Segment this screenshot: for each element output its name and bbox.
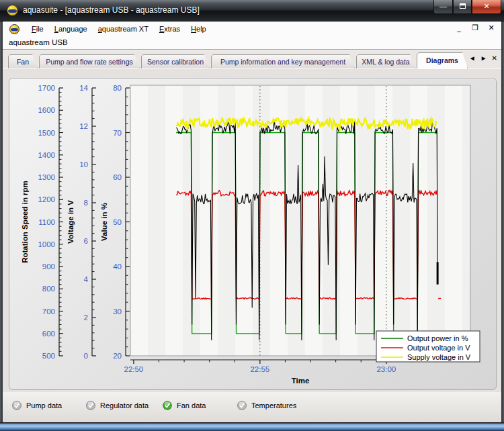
status-item-label: Temperatures [251,401,296,410]
aquasuite-logo-icon [7,5,18,16]
svg-text:1600: 1600 [38,106,55,114]
svg-text:70: 70 [113,129,122,137]
svg-text:80: 80 [113,84,122,92]
tab-scroll-right-icon[interactable]: ► [480,54,487,62]
check-circle-active-icon [163,401,172,410]
svg-text:2: 2 [84,314,88,322]
svg-text:23:00: 23:00 [376,365,396,373]
status-item-fan-data[interactable]: Fan data [163,400,206,411]
diagram-chart: 5006007008009001000110012001300140015001… [9,79,497,391]
mdi-restore-icon[interactable]: ❐ [470,23,480,32]
tab-scroll-left-icon[interactable]: ◄ [469,54,476,62]
tab-xml-log-data[interactable]: XML & log data [356,54,415,68]
status-item-label: Regulator data [100,401,149,410]
svg-text:10: 10 [79,160,88,169]
check-circle-inactive-icon [86,401,95,410]
status-item-label: Pump data [26,401,62,410]
maximize-button[interactable] [453,0,472,14]
window-border-right [501,21,504,422]
svg-text:1100: 1100 [38,218,55,226]
status-item-temperatures[interactable]: Temperatures [237,400,296,411]
data-source-status-bar: Pump dataRegulator dataFan dataTemperatu… [3,392,501,422]
svg-text:800: 800 [42,285,55,293]
check-circle-inactive-icon [12,401,22,410]
mdi-child-title-row: aquastream USB [3,36,501,50]
svg-text:1400: 1400 [38,151,55,159]
diagrams-tab-content: 5006007008009001000110012001300140015001… [3,68,501,392]
svg-text:600: 600 [42,330,55,338]
svg-text:6: 6 [84,237,88,245]
svg-text:Output voltage in V: Output voltage in V [407,344,470,352]
tab-strip: FanPump and flow rate settingsSensor cal… [3,51,501,68]
svg-text:1000: 1000 [38,240,55,248]
mdi-close-icon[interactable]: ✕ [487,23,496,32]
mdi-child-icon[interactable] [9,24,19,34]
svg-text:60: 60 [113,173,122,181]
svg-text:4: 4 [84,275,89,283]
svg-text:Output power in %: Output power in % [407,334,468,342]
status-item-label: Fan data [177,401,206,410]
svg-text:1500: 1500 [38,129,55,137]
svg-text:14: 14 [79,84,88,92]
svg-text:Voltage in V: Voltage in V [67,200,75,244]
svg-text:Supply voltage in V: Supply voltage in V [407,353,471,361]
window-border-bottom [0,422,504,431]
tab-scroll-controls: ◄►✕ [469,54,497,62]
close-button[interactable]: ✕ [472,0,501,14]
tab-fan[interactable]: Fan [8,54,38,68]
title-bar[interactable]: aquasuite - [aquastream USB - aquastream… [0,0,504,21]
svg-text:50: 50 [113,218,122,226]
svg-text:22:55: 22:55 [250,365,269,373]
svg-text:1200: 1200 [38,195,55,203]
menu-item-language[interactable]: Language [49,23,93,35]
mdi-minimize-icon[interactable]: _ [454,23,464,32]
svg-text:500: 500 [42,352,55,360]
tab-diagrams[interactable]: Diagrams [417,52,468,68]
minimize-button[interactable]: — [433,0,453,14]
tab-pump-information-and-key-management[interactable]: Pump information and key management [211,54,355,68]
status-item-pump-data[interactable]: Pump data [12,400,62,411]
svg-text:30: 30 [113,307,122,316]
client-area: FileLanguageaquastream XTExtrasHelp _❐✕ … [3,21,501,422]
svg-text:1300: 1300 [38,173,55,181]
menu-item-help[interactable]: Help [185,23,212,35]
svg-text:700: 700 [42,307,55,316]
svg-text:900: 900 [42,262,55,271]
diagram-chart-panel: 5006007008009001000110012001300140015001… [9,78,497,390]
device-name-label: aquastream USB [9,38,68,46]
tab-pump-and-flow-rate-settings[interactable]: Pump and flow rate settings [39,54,140,68]
svg-text:22:50: 22:50 [124,365,143,373]
application-window: aquasuite - [aquastream USB - aquastream… [0,0,504,431]
svg-text:40: 40 [113,262,122,271]
menu-item-aquastream-xt[interactable]: aquastream XT [93,23,154,35]
svg-text:Value in %: Value in % [100,203,108,241]
tab-sensor-calibration[interactable]: Sensor calibration [141,54,210,68]
svg-text:Rotation Speed in rpm: Rotation Speed in rpm [21,181,29,263]
menu-item-extras[interactable]: Extras [154,23,185,35]
svg-text:20: 20 [113,352,122,360]
window-title: aquasuite - [aquastream USB - aquastream… [23,5,200,15]
svg-text:0: 0 [84,352,88,360]
menu-items: FileLanguageaquastream XTExtrasHelp [26,23,212,35]
menu-item-file[interactable]: File [26,23,49,35]
check-circle-inactive-icon [237,401,247,410]
status-item-regulator-data[interactable]: Regulator data [86,400,149,411]
svg-text:8: 8 [84,199,88,207]
tab-close-icon[interactable]: ✕ [492,54,497,62]
svg-text:1700: 1700 [38,84,55,92]
menu-bar: FileLanguageaquastream XTExtrasHelp _❐✕ [3,21,501,36]
svg-text:Time: Time [292,377,310,385]
mdi-window-controls: _❐✕ [454,23,496,32]
svg-text:12: 12 [79,122,88,130]
